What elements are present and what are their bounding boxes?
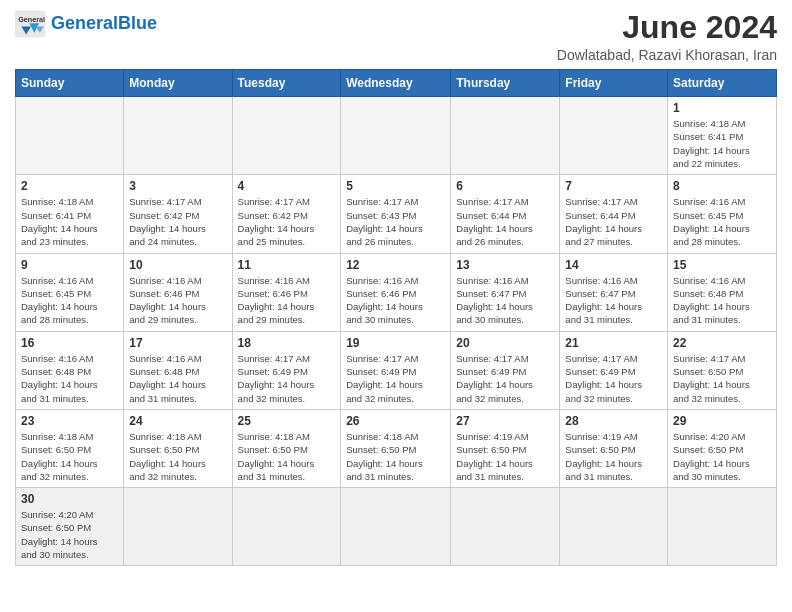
day-number: 16 xyxy=(21,336,118,350)
month-title: June 2024 xyxy=(557,10,777,45)
day-number: 14 xyxy=(565,258,662,272)
logo: General GeneralBlue xyxy=(15,10,157,38)
day-info: Sunrise: 4:17 AM Sunset: 6:50 PM Dayligh… xyxy=(673,352,771,405)
calendar-cell: 15Sunrise: 4:16 AM Sunset: 6:48 PM Dayli… xyxy=(668,253,777,331)
logo-text: GeneralBlue xyxy=(51,14,157,34)
day-info: Sunrise: 4:17 AM Sunset: 6:49 PM Dayligh… xyxy=(346,352,445,405)
day-number: 13 xyxy=(456,258,554,272)
calendar-cell xyxy=(668,488,777,566)
day-info: Sunrise: 4:18 AM Sunset: 6:41 PM Dayligh… xyxy=(21,195,118,248)
calendar-row-4: 23Sunrise: 4:18 AM Sunset: 6:50 PM Dayli… xyxy=(16,409,777,487)
title-area: June 2024 Dowlatabad, Razavi Khorasan, I… xyxy=(557,10,777,63)
calendar-cell xyxy=(124,97,232,175)
day-number: 25 xyxy=(238,414,336,428)
day-number: 4 xyxy=(238,179,336,193)
day-info: Sunrise: 4:17 AM Sunset: 6:44 PM Dayligh… xyxy=(456,195,554,248)
calendar-cell: 17Sunrise: 4:16 AM Sunset: 6:48 PM Dayli… xyxy=(124,331,232,409)
calendar-cell: 21Sunrise: 4:17 AM Sunset: 6:49 PM Dayli… xyxy=(560,331,668,409)
calendar-cell: 3Sunrise: 4:17 AM Sunset: 6:42 PM Daylig… xyxy=(124,175,232,253)
calendar-cell: 4Sunrise: 4:17 AM Sunset: 6:42 PM Daylig… xyxy=(232,175,341,253)
day-info: Sunrise: 4:16 AM Sunset: 6:48 PM Dayligh… xyxy=(21,352,118,405)
calendar-cell: 23Sunrise: 4:18 AM Sunset: 6:50 PM Dayli… xyxy=(16,409,124,487)
day-number: 18 xyxy=(238,336,336,350)
day-number: 28 xyxy=(565,414,662,428)
day-info: Sunrise: 4:17 AM Sunset: 6:42 PM Dayligh… xyxy=(129,195,226,248)
day-number: 2 xyxy=(21,179,118,193)
weekday-header-tuesday: Tuesday xyxy=(232,70,341,97)
day-number: 15 xyxy=(673,258,771,272)
calendar-cell xyxy=(341,488,451,566)
weekday-header-saturday: Saturday xyxy=(668,70,777,97)
calendar-cell: 1Sunrise: 4:18 AM Sunset: 6:41 PM Daylig… xyxy=(668,97,777,175)
calendar-cell: 16Sunrise: 4:16 AM Sunset: 6:48 PM Dayli… xyxy=(16,331,124,409)
calendar-cell xyxy=(341,97,451,175)
weekday-header-wednesday: Wednesday xyxy=(341,70,451,97)
logo-blue: Blue xyxy=(118,13,157,33)
calendar-cell: 9Sunrise: 4:16 AM Sunset: 6:45 PM Daylig… xyxy=(16,253,124,331)
day-info: Sunrise: 4:17 AM Sunset: 6:43 PM Dayligh… xyxy=(346,195,445,248)
weekday-header-friday: Friday xyxy=(560,70,668,97)
calendar-cell: 27Sunrise: 4:19 AM Sunset: 6:50 PM Dayli… xyxy=(451,409,560,487)
calendar-cell xyxy=(232,97,341,175)
day-number: 11 xyxy=(238,258,336,272)
day-number: 17 xyxy=(129,336,226,350)
calendar-row-2: 9Sunrise: 4:16 AM Sunset: 6:45 PM Daylig… xyxy=(16,253,777,331)
svg-text:General: General xyxy=(18,15,45,24)
day-info: Sunrise: 4:19 AM Sunset: 6:50 PM Dayligh… xyxy=(565,430,662,483)
calendar-row-3: 16Sunrise: 4:16 AM Sunset: 6:48 PM Dayli… xyxy=(16,331,777,409)
day-number: 5 xyxy=(346,179,445,193)
weekday-header-monday: Monday xyxy=(124,70,232,97)
weekday-header-row: SundayMondayTuesdayWednesdayThursdayFrid… xyxy=(16,70,777,97)
location-subtitle: Dowlatabad, Razavi Khorasan, Iran xyxy=(557,47,777,63)
day-number: 19 xyxy=(346,336,445,350)
day-info: Sunrise: 4:18 AM Sunset: 6:50 PM Dayligh… xyxy=(129,430,226,483)
day-number: 6 xyxy=(456,179,554,193)
calendar-cell: 24Sunrise: 4:18 AM Sunset: 6:50 PM Dayli… xyxy=(124,409,232,487)
day-info: Sunrise: 4:18 AM Sunset: 6:50 PM Dayligh… xyxy=(346,430,445,483)
day-number: 27 xyxy=(456,414,554,428)
calendar-cell xyxy=(232,488,341,566)
calendar-row-5: 30Sunrise: 4:20 AM Sunset: 6:50 PM Dayli… xyxy=(16,488,777,566)
calendar-cell: 22Sunrise: 4:17 AM Sunset: 6:50 PM Dayli… xyxy=(668,331,777,409)
calendar-cell xyxy=(124,488,232,566)
day-info: Sunrise: 4:16 AM Sunset: 6:45 PM Dayligh… xyxy=(21,274,118,327)
day-number: 9 xyxy=(21,258,118,272)
day-number: 10 xyxy=(129,258,226,272)
calendar-cell: 14Sunrise: 4:16 AM Sunset: 6:47 PM Dayli… xyxy=(560,253,668,331)
weekday-header-thursday: Thursday xyxy=(451,70,560,97)
day-number: 7 xyxy=(565,179,662,193)
calendar-cell xyxy=(451,97,560,175)
calendar-cell: 30Sunrise: 4:20 AM Sunset: 6:50 PM Dayli… xyxy=(16,488,124,566)
day-info: Sunrise: 4:16 AM Sunset: 6:46 PM Dayligh… xyxy=(238,274,336,327)
calendar-cell: 8Sunrise: 4:16 AM Sunset: 6:45 PM Daylig… xyxy=(668,175,777,253)
calendar-cell: 13Sunrise: 4:16 AM Sunset: 6:47 PM Dayli… xyxy=(451,253,560,331)
day-info: Sunrise: 4:17 AM Sunset: 6:44 PM Dayligh… xyxy=(565,195,662,248)
day-info: Sunrise: 4:16 AM Sunset: 6:46 PM Dayligh… xyxy=(346,274,445,327)
day-info: Sunrise: 4:17 AM Sunset: 6:49 PM Dayligh… xyxy=(456,352,554,405)
day-number: 22 xyxy=(673,336,771,350)
calendar-cell: 18Sunrise: 4:17 AM Sunset: 6:49 PM Dayli… xyxy=(232,331,341,409)
calendar-cell xyxy=(560,97,668,175)
day-info: Sunrise: 4:18 AM Sunset: 6:50 PM Dayligh… xyxy=(21,430,118,483)
calendar-cell: 28Sunrise: 4:19 AM Sunset: 6:50 PM Dayli… xyxy=(560,409,668,487)
calendar-cell xyxy=(16,97,124,175)
day-number: 23 xyxy=(21,414,118,428)
day-info: Sunrise: 4:18 AM Sunset: 6:50 PM Dayligh… xyxy=(238,430,336,483)
calendar-cell: 2Sunrise: 4:18 AM Sunset: 6:41 PM Daylig… xyxy=(16,175,124,253)
day-number: 29 xyxy=(673,414,771,428)
day-info: Sunrise: 4:18 AM Sunset: 6:41 PM Dayligh… xyxy=(673,117,771,170)
day-info: Sunrise: 4:17 AM Sunset: 6:49 PM Dayligh… xyxy=(238,352,336,405)
day-number: 3 xyxy=(129,179,226,193)
calendar-cell: 7Sunrise: 4:17 AM Sunset: 6:44 PM Daylig… xyxy=(560,175,668,253)
day-info: Sunrise: 4:17 AM Sunset: 6:49 PM Dayligh… xyxy=(565,352,662,405)
calendar-cell: 29Sunrise: 4:20 AM Sunset: 6:50 PM Dayli… xyxy=(668,409,777,487)
calendar-cell: 26Sunrise: 4:18 AM Sunset: 6:50 PM Dayli… xyxy=(341,409,451,487)
day-number: 1 xyxy=(673,101,771,115)
day-info: Sunrise: 4:20 AM Sunset: 6:50 PM Dayligh… xyxy=(673,430,771,483)
day-number: 26 xyxy=(346,414,445,428)
calendar-cell: 25Sunrise: 4:18 AM Sunset: 6:50 PM Dayli… xyxy=(232,409,341,487)
page-header: General GeneralBlue June 2024 Dowlatabad… xyxy=(15,10,777,63)
calendar-row-1: 2Sunrise: 4:18 AM Sunset: 6:41 PM Daylig… xyxy=(16,175,777,253)
day-info: Sunrise: 4:16 AM Sunset: 6:48 PM Dayligh… xyxy=(129,352,226,405)
calendar-table: SundayMondayTuesdayWednesdayThursdayFrid… xyxy=(15,69,777,566)
